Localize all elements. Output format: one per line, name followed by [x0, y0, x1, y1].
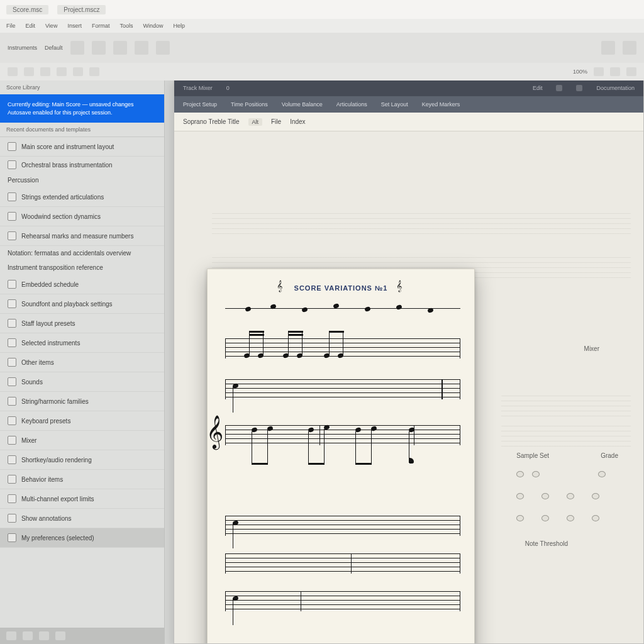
score-page[interactable]: SCORE VARIATIONS №1 𝄞 𝄞	[207, 269, 475, 643]
sample-dot[interactable]	[592, 515, 599, 521]
sidebar-item-woodwind[interactable]: Woodwind section dynamics	[0, 207, 164, 226]
menu-tools[interactable]: Tools	[119, 23, 133, 29]
new-file-icon[interactable]	[70, 41, 84, 55]
nav-time-positions[interactable]: Time Positions	[231, 101, 268, 108]
sidebar-item-preferences[interactable]: My preferences (selected)	[0, 528, 164, 548]
sample-dot[interactable]	[567, 493, 574, 499]
sidebar-item-rehearsal[interactable]: Rehearsal marks and measure numbers	[0, 226, 164, 246]
sidebar-item-main-score[interactable]: Main score and instrument layout	[0, 137, 164, 157]
list-icon	[8, 338, 16, 347]
sample-dot[interactable]	[598, 471, 606, 477]
panel-threshold-label: Note Threshold	[525, 540, 568, 547]
sample-dot[interactable]	[516, 493, 524, 499]
sidebar-item-selected-instruments[interactable]: Selected instruments	[0, 333, 164, 353]
rest-icon[interactable]	[73, 67, 83, 76]
sample-dot[interactable]	[541, 493, 549, 499]
embedded-app-frame: Track Mixer 0 Edit Documentation Project…	[174, 80, 644, 644]
sample-dot[interactable]	[541, 515, 549, 521]
save-icon[interactable]	[113, 41, 127, 55]
menu-window[interactable]: Window	[143, 23, 163, 29]
more-icon[interactable]	[55, 631, 65, 640]
document-tab-2[interactable]: Project.mscz	[57, 5, 106, 14]
sidebar-item-harmonics[interactable]: String/harmonic families	[0, 392, 164, 411]
staff-line	[225, 516, 460, 536]
sidebar-item-annotations[interactable]: Show annotations	[0, 509, 164, 528]
loop-icon[interactable]	[626, 67, 636, 76]
circle-icon	[8, 358, 16, 367]
sidebar-item-label: Orchestral brass instrumentation	[21, 162, 113, 169]
sidebar-item-staff-layout[interactable]: Staff layout presets	[0, 314, 164, 333]
note-stem	[252, 431, 252, 464]
sidebar-item-soundfont[interactable]: Soundfont and playback settings	[0, 294, 164, 314]
background-staff	[212, 213, 631, 236]
sidebar-list[interactable]: Main score and instrument layout Orchest…	[0, 137, 164, 628]
zoom-level[interactable]: 100%	[573, 69, 587, 75]
note-stem	[233, 386, 233, 413]
sidebar-item-brass[interactable]: Orchestral brass instrumentation	[0, 157, 164, 173]
note-eighth-icon[interactable]	[57, 67, 67, 76]
redo-icon[interactable]	[156, 41, 170, 55]
sidebar-item-label: Strings extended articulations	[21, 194, 104, 201]
play-icon[interactable]	[594, 67, 604, 76]
note-whole-icon[interactable]	[8, 67, 18, 76]
open-file-icon[interactable]	[92, 41, 106, 55]
nav-set-layout[interactable]: Set Layout	[381, 101, 408, 108]
sidebar-item-keyboard[interactable]: Keyboard presets	[0, 411, 164, 431]
nav-keyed-markers[interactable]: Keyed Markers	[422, 101, 460, 108]
subtab-chip[interactable]: Alt	[248, 118, 263, 126]
settings-icon[interactable]	[601, 41, 615, 55]
document-tab-1[interactable]: Score.msc	[6, 5, 48, 14]
nav-articulations[interactable]: Articulations	[336, 101, 367, 108]
sidebar-item-mixer[interactable]: Mixer	[0, 431, 164, 450]
sidebar-item-behavior[interactable]: Behavior items	[0, 470, 164, 489]
sample-dot[interactable]	[567, 515, 574, 521]
sample-dot[interactable]	[516, 515, 524, 521]
note-half-icon[interactable]	[24, 67, 34, 76]
frame-edit-button[interactable]: Edit	[533, 85, 543, 91]
sidebar-item-shortkey[interactable]: Shortkey/audio rendering	[0, 450, 164, 470]
note-quarter-icon[interactable]	[40, 67, 50, 76]
menu-view[interactable]: View	[45, 23, 57, 29]
gear-icon	[8, 455, 16, 464]
sample-dot[interactable]	[592, 493, 599, 499]
banner-line-1: Currently editing: Main Score — unsaved …	[8, 101, 157, 109]
minimize-icon[interactable]	[556, 85, 562, 91]
stop-icon[interactable]	[610, 67, 620, 76]
sidebar-item-sounds[interactable]: Sounds	[0, 372, 164, 392]
sidebar-item-export[interactable]: Multi-channel export limits	[0, 489, 164, 509]
nav-project-setup[interactable]: Project Setup	[183, 101, 217, 108]
note-icon	[427, 308, 434, 313]
add-icon[interactable]	[6, 631, 16, 640]
sidebar-item-other[interactable]: Other items	[0, 353, 164, 372]
keyboard-icon	[8, 416, 16, 425]
sidebar-item-percussion[interactable]: Percussion	[0, 173, 164, 187]
menu-file[interactable]: File	[6, 23, 16, 29]
remove-icon[interactable]	[23, 631, 33, 640]
menu-edit[interactable]: Edit	[26, 23, 36, 29]
beam	[288, 331, 303, 333]
help-icon[interactable]	[623, 41, 636, 55]
sidebar-item-transpose[interactable]: Instrument transposition reference	[0, 260, 164, 275]
menu-help[interactable]: Help	[173, 23, 185, 29]
close-icon[interactable]	[576, 85, 582, 91]
subtab-file[interactable]: File	[271, 118, 281, 125]
frame-header: Track Mixer 0 Edit Documentation	[174, 80, 643, 96]
sidebar-item-notation[interactable]: Notation: fermatas and accidentals overv…	[0, 246, 164, 260]
staff-line	[225, 553, 460, 574]
staff-line	[225, 425, 460, 445]
frame-doc-link[interactable]: Documentation	[596, 85, 635, 91]
sample-dot[interactable]	[516, 471, 524, 477]
tie-icon[interactable]	[89, 67, 99, 76]
menu-format[interactable]: Format	[92, 23, 110, 29]
nav-volume-balance[interactable]: Volume Balance	[282, 101, 323, 108]
sidebar-item-strings[interactable]: Strings extended articulations	[0, 187, 164, 207]
menu-insert[interactable]: Insert	[67, 23, 82, 29]
beam	[288, 334, 303, 336]
score-canvas[interactable]: Mixer Sample Set Grade Note Threshold	[174, 131, 643, 643]
sidebar-item-schedule[interactable]: Embedded schedule	[0, 275, 164, 294]
subtab-primary[interactable]: Soprano Treble Title	[183, 118, 240, 125]
refresh-icon[interactable]	[39, 631, 49, 640]
undo-icon[interactable]	[135, 41, 148, 55]
subtab-index[interactable]: Index	[290, 118, 305, 125]
sample-dot[interactable]	[532, 471, 540, 477]
